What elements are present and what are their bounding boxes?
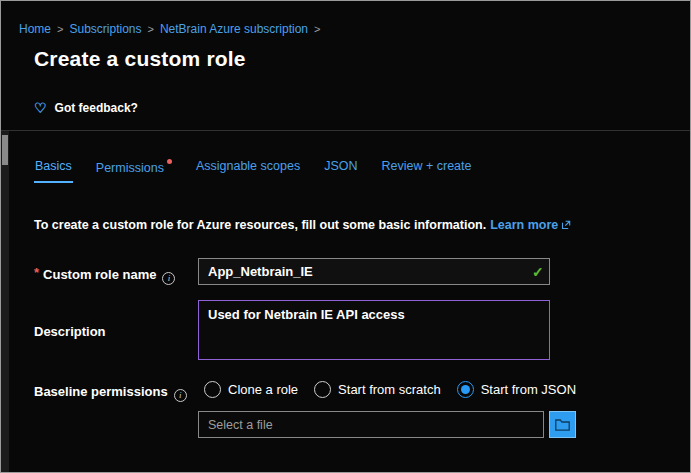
- validation-error-dot: [167, 159, 172, 164]
- tab-basics[interactable]: Basics: [34, 157, 73, 183]
- radio-circle: [204, 381, 221, 398]
- radio-start-from-json[interactable]: Start from JSON: [457, 381, 576, 398]
- tab-basics-label: Basics: [35, 159, 72, 173]
- radio-clone-a-role-label: Clone a role: [228, 382, 298, 397]
- breadcrumb-separator: >: [57, 23, 63, 35]
- page-title: Create a custom role: [34, 47, 246, 71]
- breadcrumb-link-home[interactable]: Home: [19, 22, 51, 36]
- header-divider: [1, 130, 690, 131]
- folder-icon: [555, 418, 570, 431]
- tab-bar: Basics Permissions Assignable scopes JSO…: [34, 157, 472, 183]
- breadcrumb-link-subscriptions[interactable]: Subscriptions: [69, 22, 141, 36]
- learn-more-link[interactable]: Learn more: [490, 218, 571, 232]
- breadcrumb-separator: >: [148, 23, 154, 35]
- intro-sentence: To create a custom role for Azure resour…: [34, 218, 486, 232]
- description-label: Description: [34, 324, 106, 339]
- radio-start-from-scratch-label: Start from scratch: [338, 382, 441, 397]
- tab-assignable-scopes-label: Assignable scopes: [196, 159, 300, 173]
- feedback-button[interactable]: ♡ Got feedback?: [34, 101, 138, 115]
- valid-check-icon: ✓: [532, 264, 544, 280]
- radio-clone-a-role[interactable]: Clone a role: [204, 381, 298, 398]
- tab-review-create-label: Review + create: [381, 159, 471, 173]
- tab-assignable-scopes[interactable]: Assignable scopes: [195, 157, 301, 183]
- left-scrollbar-track[interactable]: [1, 131, 9, 472]
- info-icon[interactable]: i: [174, 389, 187, 402]
- azure-create-custom-role-window: Home>Subscriptions>NetBrain Azure subscr…: [0, 0, 691, 473]
- external-link-icon: [561, 220, 571, 230]
- breadcrumb: Home>Subscriptions>NetBrain Azure subscr…: [19, 22, 326, 36]
- required-asterisk: *: [34, 265, 39, 280]
- description-input[interactable]: Used for Netbrain IE API access: [198, 300, 550, 360]
- baseline-permissions-label: Baseline permissionsi: [34, 384, 187, 402]
- file-select-input[interactable]: [198, 411, 544, 438]
- tab-json-label: JSON: [324, 159, 357, 173]
- tab-permissions[interactable]: Permissions: [95, 157, 173, 183]
- heart-icon: ♡: [34, 101, 47, 115]
- info-icon[interactable]: i: [162, 272, 175, 285]
- left-scrollbar-thumb[interactable]: [2, 135, 8, 165]
- radio-circle: [314, 381, 331, 398]
- breadcrumb-link-netbrain-subscription[interactable]: NetBrain Azure subscription: [160, 22, 308, 36]
- learn-more-label: Learn more: [490, 218, 558, 232]
- tab-permissions-label: Permissions: [96, 161, 164, 175]
- tab-json[interactable]: JSON: [323, 157, 358, 183]
- feedback-label: Got feedback?: [55, 101, 138, 115]
- radio-start-from-json-label: Start from JSON: [481, 382, 576, 397]
- custom-role-name-label: *Custom role namei: [34, 265, 175, 285]
- tab-review-create[interactable]: Review + create: [380, 157, 472, 183]
- custom-role-name-label-text: Custom role name: [43, 267, 156, 282]
- intro-text: To create a custom role for Azure resour…: [34, 218, 571, 232]
- radio-start-from-scratch[interactable]: Start from scratch: [314, 381, 441, 398]
- breadcrumb-separator: >: [314, 23, 320, 35]
- baseline-permissions-label-text: Baseline permissions: [34, 384, 168, 399]
- browse-file-button[interactable]: [549, 411, 576, 438]
- custom-role-name-input[interactable]: [198, 258, 550, 285]
- baseline-permissions-options: Clone a role Start from scratch Start fr…: [204, 381, 576, 398]
- radio-circle-selected: [457, 381, 474, 398]
